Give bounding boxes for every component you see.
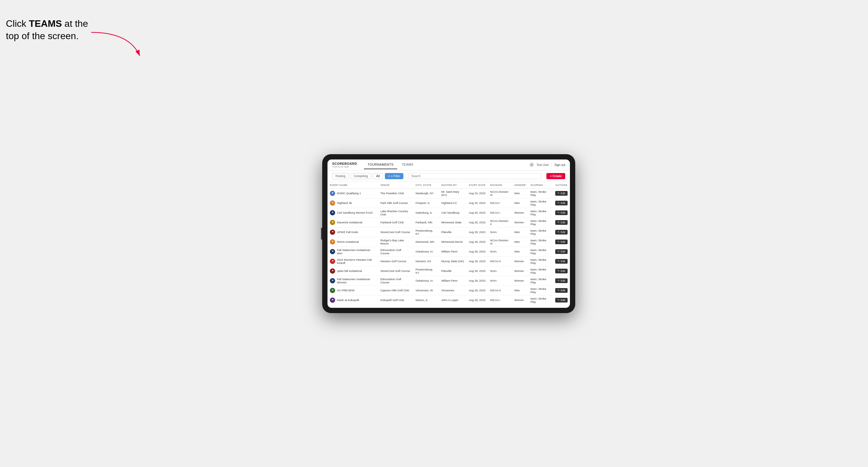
actions-cell: ✎ Edit xyxy=(553,237,570,247)
division-cell: NCAA Division III xyxy=(488,237,512,247)
event-icon: ⚑ xyxy=(330,239,335,245)
scoring-cell: team, Stroke Play xyxy=(528,276,553,285)
city-state-cell: Newburgh, NY xyxy=(413,188,439,198)
col-actions: ACTIONS xyxy=(553,182,570,189)
table-body: ⚑ MSMC Qualifying 1 The Powelton Club Ne… xyxy=(328,188,570,305)
search-input[interactable] xyxy=(408,173,542,179)
edit-button[interactable]: ✎ Edit xyxy=(555,191,567,196)
edit-button[interactable]: ✎ Edit xyxy=(555,288,567,293)
edit-button[interactable]: ✎ Edit xyxy=(555,249,567,254)
edit-button[interactable]: ✎ Edit xyxy=(555,220,567,225)
division-cell: NAIA xyxy=(488,276,512,285)
edit-button[interactable]: ✎ Edit xyxy=(555,230,567,235)
event-name-cell: ⚑ Fall Statesmen Invitational - Men xyxy=(328,247,378,256)
edit-label: Edit xyxy=(560,289,565,292)
division-cell: NICAA I xyxy=(488,208,512,217)
table-row: ⚑ 2023 Women's Hesston Fall Kickoff Hess… xyxy=(328,256,570,266)
division-cell: NCAA Division III xyxy=(488,188,512,198)
table-row: ⚑ Morris Invitational Ruttger's Bay Lake… xyxy=(328,237,570,247)
actions-cell: ✎ Edit xyxy=(553,256,570,266)
gender-cell: Women xyxy=(512,208,528,217)
hosted-by-cell: Highland CC xyxy=(439,198,467,208)
table-row: ⚑ Highland 36 Park Hills Golf Course Fre… xyxy=(328,198,570,208)
city-state-cell: Oskaloosa, IA xyxy=(413,247,439,256)
event-icon: ⚑ xyxy=(330,220,335,225)
hosted-by-cell: Minnesota State xyxy=(439,217,467,227)
create-button[interactable]: + Create xyxy=(547,173,565,179)
tab-tournaments[interactable]: TOURNAMENTS xyxy=(364,160,397,169)
event-name-cell: ⚑ MSMC Qualifying 1 xyxy=(328,188,378,198)
event-name-cell: ⚑ upike fall invitational xyxy=(328,266,378,276)
gear-icon[interactable]: ⚙ xyxy=(529,162,534,167)
edit-button[interactable]: ✎ Edit xyxy=(555,201,567,206)
table-row: ⚑ Fall Statesmen Invitational - Men Edmu… xyxy=(328,247,570,256)
edit-button[interactable]: ✎ Edit xyxy=(555,278,567,283)
event-name: Klash at Kokopelli xyxy=(337,299,359,302)
pencil-icon: ✎ xyxy=(558,211,560,214)
start-date-cell: Aug 28, 2023 xyxy=(466,295,488,305)
venue-cell: Lake Bracken Country Club xyxy=(378,208,413,217)
scoring-cell: team, Stroke Play xyxy=(528,188,553,198)
filter-button[interactable]: ≡ ≡ Filter xyxy=(385,173,403,179)
edit-button[interactable]: ✎ Edit xyxy=(555,298,567,303)
edit-label: Edit xyxy=(560,221,565,224)
hosted-by-cell: Vincennes xyxy=(439,285,467,295)
division-cell: NAIA xyxy=(488,266,512,276)
gender-cell: Men xyxy=(512,247,528,256)
event-name-cell: ⚑ Klash at Kokopelli xyxy=(328,295,378,305)
scoring-cell: team, Stroke Play xyxy=(528,208,553,217)
edit-button[interactable]: ✎ Edit xyxy=(555,269,567,273)
event-name-cell: ⚑ Carl Sandburg Women FA23 xyxy=(328,208,378,217)
tablet-notch xyxy=(321,228,322,240)
col-scoring: SCORING xyxy=(528,182,553,189)
city-state-cell: Faribault, MN xyxy=(413,217,439,227)
actions-cell: ✎ Edit xyxy=(553,276,570,285)
all-button[interactable]: All xyxy=(373,173,383,179)
pencil-icon: ✎ xyxy=(558,270,560,272)
scoring-cell: team, Stroke Play xyxy=(528,227,553,237)
scoring-cell: team, Stroke Play xyxy=(528,198,553,208)
event-name: Fall Statesmen Invitational - Women xyxy=(337,278,376,284)
division-cell: NAIA xyxy=(488,227,512,237)
hosting-button[interactable]: Hosting xyxy=(332,173,349,179)
tab-teams[interactable]: TEAMS xyxy=(398,160,417,169)
edit-label: Edit xyxy=(560,270,565,273)
table-container: EVENT NAME VENUE CITY, STATE HOSTED BY S… xyxy=(328,182,570,308)
start-date-cell: Aug 25, 2023 xyxy=(466,198,488,208)
edit-label: Edit xyxy=(560,250,565,253)
actions-cell: ✎ Edit xyxy=(553,198,570,208)
actions-cell: ✎ Edit xyxy=(553,217,570,227)
scoring-cell: team, Stroke Play xyxy=(528,217,553,227)
event-name-cell: ⚑ UPIKE Fall Invite xyxy=(328,227,378,237)
gender-cell: Women xyxy=(512,217,528,227)
division-cell: NICAA II xyxy=(488,256,512,266)
edit-button[interactable]: ✎ Edit xyxy=(555,210,567,215)
event-name: upike fall invitational xyxy=(337,269,362,273)
start-date-cell: Aug 28, 2023 xyxy=(466,256,488,266)
event-icon: ⚑ xyxy=(330,210,335,215)
start-date-cell: Aug 28, 2023 xyxy=(466,276,488,285)
pencil-icon: ✎ xyxy=(558,192,560,194)
edit-button[interactable]: ✎ Edit xyxy=(555,240,567,244)
venue-cell: Ruttger's Bay Lake Resort xyxy=(378,237,413,247)
division-cell: NICAA I xyxy=(488,295,512,305)
gender-cell: Women xyxy=(512,276,528,285)
event-name-cell: ⚑ Fall Statesmen Invitational - Women xyxy=(328,276,378,285)
hosted-by-cell: William Penn xyxy=(439,276,467,285)
col-division: DIVISION xyxy=(488,182,512,189)
table-row: ⚑ Fall Statesmen Invitational - Women Ed… xyxy=(328,276,570,285)
edit-label: Edit xyxy=(560,260,565,263)
nav-tabs: TOURNAMENTS TEAMS xyxy=(364,160,529,169)
signout-link[interactable]: Sign out xyxy=(554,163,565,166)
edit-label: Edit xyxy=(560,211,565,214)
edit-button[interactable]: ✎ Edit xyxy=(555,259,567,264)
competing-button[interactable]: Competing xyxy=(350,173,371,179)
table-row: ⚑ Maverick Invitational Faribault Golf C… xyxy=(328,217,570,227)
pencil-icon: ✎ xyxy=(558,241,560,243)
hosted-by-cell: William Penn xyxy=(439,247,467,256)
edit-label: Edit xyxy=(560,241,565,243)
actions-cell: ✎ Edit xyxy=(553,295,570,305)
col-start-date: START DATE xyxy=(466,182,488,189)
scoring-cell: team, Stroke Play xyxy=(528,266,553,276)
hosted-by-cell: Carl Sandburg xyxy=(439,208,467,217)
